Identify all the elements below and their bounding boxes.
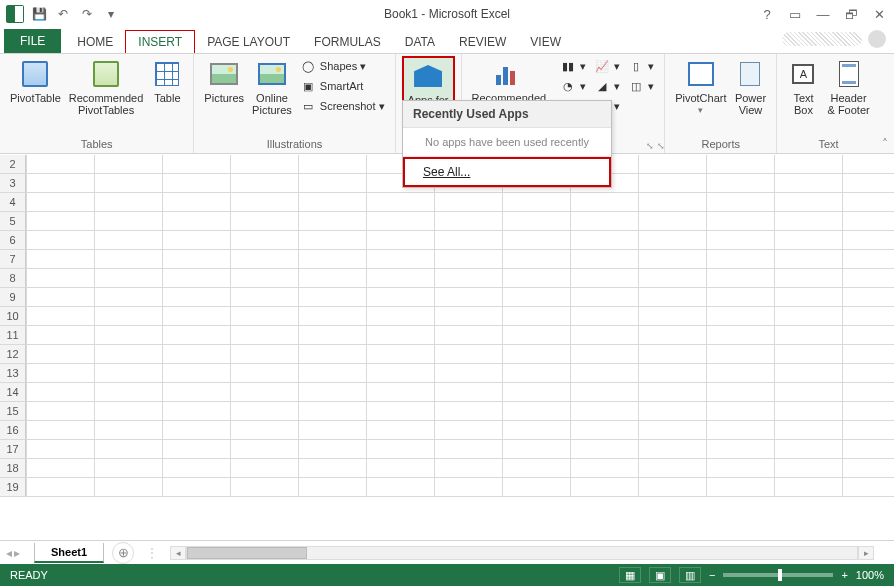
row-cells[interactable] bbox=[26, 402, 894, 420]
row-header[interactable]: 9 bbox=[0, 288, 26, 306]
hscroll-left-button[interactable]: ◂ bbox=[170, 546, 186, 560]
header-footer-button[interactable]: Header & Footer bbox=[823, 56, 873, 118]
row-header[interactable]: 8 bbox=[0, 269, 26, 287]
row-cells[interactable] bbox=[26, 421, 894, 439]
redo-button[interactable]: ↷ bbox=[76, 3, 98, 25]
row-cells[interactable] bbox=[26, 307, 894, 325]
tab-file[interactable]: FILE bbox=[4, 29, 61, 53]
grid-row[interactable]: 16 bbox=[0, 421, 894, 440]
account-area[interactable] bbox=[782, 30, 886, 48]
maximize-button[interactable]: 🗗 bbox=[840, 3, 862, 25]
row-header[interactable]: 7 bbox=[0, 250, 26, 268]
grid-row[interactable]: 11 bbox=[0, 326, 894, 345]
tab-review[interactable]: REVIEW bbox=[447, 31, 518, 53]
hscroll-right-button[interactable]: ▸ bbox=[858, 546, 874, 560]
normal-view-button[interactable]: ▦ bbox=[619, 567, 641, 583]
page-layout-view-button[interactable]: ▣ bbox=[649, 567, 671, 583]
save-button[interactable]: 💾 bbox=[28, 3, 50, 25]
row-header[interactable]: 2 bbox=[0, 155, 26, 173]
grid-row[interactable]: 5 bbox=[0, 212, 894, 231]
sheet-nav-next[interactable]: ▸ bbox=[14, 546, 20, 560]
pivottable-button[interactable]: PivotTable bbox=[6, 56, 65, 106]
tab-split-handle[interactable]: ⋮ bbox=[146, 546, 158, 560]
row-header[interactable]: 15 bbox=[0, 402, 26, 420]
row-cells[interactable] bbox=[26, 250, 894, 268]
power-view-button[interactable]: Power View bbox=[730, 56, 770, 118]
collapse-ribbon-button[interactable]: ˄ bbox=[882, 137, 888, 151]
hscroll-track[interactable] bbox=[186, 546, 858, 560]
tab-home[interactable]: HOME bbox=[65, 31, 125, 53]
tab-formulas[interactable]: FORMULAS bbox=[302, 31, 393, 53]
row-header[interactable]: 14 bbox=[0, 383, 26, 401]
row-header[interactable]: 4 bbox=[0, 193, 26, 211]
row-header[interactable]: 3 bbox=[0, 174, 26, 192]
close-button[interactable]: ✕ bbox=[868, 3, 890, 25]
table-button[interactable]: Table bbox=[147, 56, 187, 106]
excel-app-icon[interactable] bbox=[4, 3, 26, 25]
row-cells[interactable] bbox=[26, 478, 894, 496]
row-cells[interactable] bbox=[26, 231, 894, 249]
minimize-button[interactable]: — bbox=[812, 3, 834, 25]
row-cells[interactable] bbox=[26, 345, 894, 363]
grid-row[interactable]: 7 bbox=[0, 250, 894, 269]
hscroll-thumb[interactable] bbox=[187, 547, 307, 559]
online-pictures-button[interactable]: Online Pictures bbox=[248, 56, 296, 118]
row-cells[interactable] bbox=[26, 326, 894, 344]
row-header[interactable]: 11 bbox=[0, 326, 26, 344]
recommended-pivottables-button[interactable]: Recommended PivotTables bbox=[65, 56, 148, 118]
zoom-out-button[interactable]: − bbox=[709, 569, 715, 581]
horizontal-scrollbar[interactable]: ◂ ▸ bbox=[170, 546, 894, 560]
pivotchart-dialog-launcher[interactable]: ⤡ bbox=[657, 139, 665, 153]
row-header[interactable]: 13 bbox=[0, 364, 26, 382]
see-all-menu-item[interactable]: See All... bbox=[403, 157, 611, 187]
line-chart-button[interactable]: 📈▾ bbox=[590, 56, 624, 76]
row-header[interactable]: 17 bbox=[0, 440, 26, 458]
row-header[interactable]: 5 bbox=[0, 212, 26, 230]
row-cells[interactable] bbox=[26, 364, 894, 382]
row-header[interactable]: 10 bbox=[0, 307, 26, 325]
grid-row[interactable]: 18 bbox=[0, 459, 894, 478]
grid-row[interactable]: 8 bbox=[0, 269, 894, 288]
zoom-level[interactable]: 100% bbox=[856, 569, 884, 581]
row-header[interactable]: 16 bbox=[0, 421, 26, 439]
grid-row[interactable]: 4 bbox=[0, 193, 894, 212]
undo-button[interactable]: ↶ bbox=[52, 3, 74, 25]
text-box-button[interactable]: A Text Box bbox=[783, 56, 823, 118]
row-cells[interactable] bbox=[26, 288, 894, 306]
row-header[interactable]: 6 bbox=[0, 231, 26, 249]
smartart-button[interactable]: ▣ SmartArt bbox=[296, 76, 389, 96]
row-cells[interactable] bbox=[26, 459, 894, 477]
row-cells[interactable] bbox=[26, 383, 894, 401]
grid-row[interactable]: 15 bbox=[0, 402, 894, 421]
row-header[interactable]: 12 bbox=[0, 345, 26, 363]
tab-insert[interactable]: INSERT bbox=[125, 30, 195, 53]
shapes-button[interactable]: ◯ Shapes ▾ bbox=[296, 56, 389, 76]
combo-chart-button[interactable]: ◫▾ bbox=[624, 76, 658, 96]
zoom-thumb[interactable] bbox=[778, 569, 782, 581]
zoom-in-button[interactable]: + bbox=[841, 569, 847, 581]
pictures-button[interactable]: Pictures bbox=[200, 56, 248, 106]
page-break-view-button[interactable]: ▥ bbox=[679, 567, 701, 583]
area-chart-button[interactable]: ◢▾ bbox=[590, 76, 624, 96]
row-header[interactable]: 18 bbox=[0, 459, 26, 477]
stock-chart-button[interactable]: ▯▾ bbox=[624, 56, 658, 76]
grid-row[interactable]: 6 bbox=[0, 231, 894, 250]
row-cells[interactable] bbox=[26, 440, 894, 458]
help-button[interactable]: ? bbox=[756, 3, 778, 25]
grid-row[interactable]: 10 bbox=[0, 307, 894, 326]
pie-chart-button[interactable]: ◔▾ bbox=[556, 76, 590, 96]
new-sheet-button[interactable]: ⊕ bbox=[112, 542, 134, 564]
zoom-slider[interactable] bbox=[723, 573, 833, 577]
grid-row[interactable]: 12 bbox=[0, 345, 894, 364]
screenshot-button[interactable]: ▭ Screenshot ▾ bbox=[296, 96, 389, 116]
row-header[interactable]: 19 bbox=[0, 478, 26, 496]
row-cells[interactable] bbox=[26, 212, 894, 230]
column-chart-button[interactable]: ▮▮▾ bbox=[556, 56, 590, 76]
row-cells[interactable] bbox=[26, 269, 894, 287]
grid-row[interactable]: 17 bbox=[0, 440, 894, 459]
sheet-tab-sheet1[interactable]: Sheet1 bbox=[34, 543, 104, 563]
grid-row[interactable]: 19 bbox=[0, 478, 894, 497]
charts-dialog-launcher[interactable]: ⤡ bbox=[644, 139, 656, 151]
worksheet-grid[interactable]: 2345678910111213141516171819 bbox=[0, 155, 894, 540]
row-cells[interactable] bbox=[26, 193, 894, 211]
